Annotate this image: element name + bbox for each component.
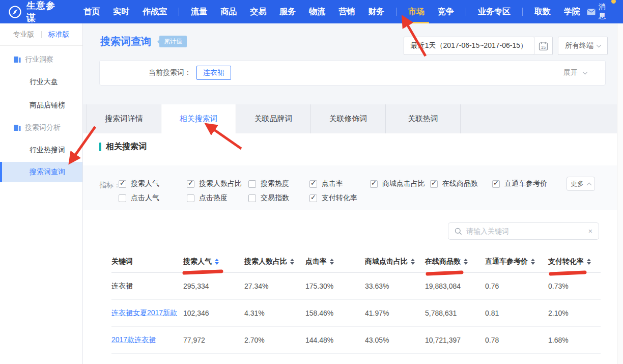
message-label: 消息 (599, 3, 610, 21)
sidebar-item-industry-hot-words[interactable]: 行业热搜词 (0, 138, 82, 162)
keyword-link[interactable]: 2017款连衣裙 (111, 335, 183, 345)
nav-divider (179, 8, 179, 16)
tab-content: 相关搜索词 指标： 搜索人气 搜索人数占比 搜索热度 点击率 商城点击占比 在线… (83, 133, 623, 364)
current-term-tag[interactable]: 连衣裙 (196, 66, 231, 80)
sort-icon[interactable] (411, 259, 415, 265)
clear-icon[interactable]: × (588, 227, 592, 235)
brand-name: 生意参谋 (26, 0, 61, 24)
metric-ztc-ref-price[interactable]: 直通车参考价 (492, 177, 558, 190)
checkbox[interactable] (119, 194, 126, 202)
metric-click-heat[interactable]: 点击热度 (187, 191, 248, 205)
nav-item-business-zone[interactable]: 业务专区 (478, 7, 511, 17)
keyword-link[interactable]: 连衣裙女夏2017新款 (111, 309, 183, 318)
nav-item-logistics[interactable]: 物流 (309, 7, 325, 17)
sort-icon[interactable] (215, 259, 219, 265)
checkbox[interactable] (248, 180, 256, 188)
metric-search-popularity[interactable]: 搜索人气 (119, 177, 187, 190)
metrics-label: 指标： (99, 181, 121, 190)
col-searcher-share[interactable]: 搜索人数占比 (244, 257, 305, 266)
checkbox[interactable] (370, 180, 378, 188)
checkbox[interactable] (187, 180, 194, 188)
top-nav: 生意参谋 首页 实时 作战室 流量 商品 交易 服务 物流 营销 财务 市场 竞… (0, 0, 623, 23)
sort-icon[interactable] (290, 259, 294, 265)
metric-pay-conversion[interactable]: 支付转化率 (309, 191, 370, 205)
table-header-row: 关键词 搜索人气 搜索人数占比 点击率 商城点击占比 在线商品数 直通车参考价 … (111, 250, 601, 273)
section-head: 相关搜索词 (99, 142, 147, 152)
table-row: 2017款连衣裙 77,972 2.70% 144.48% 43.05% 10,… (111, 327, 601, 354)
current-term-card: 当前搜索词： 连衣裙 展开 (99, 60, 606, 86)
metric-click-popularity[interactable]: 点击人气 (119, 191, 187, 205)
col-click-rate[interactable]: 点击率 (305, 257, 365, 266)
table-row: 连衣裙 295,334 27.34% 175.30% 33.63% 19,883… (111, 273, 601, 300)
header-controls: 最近1天（2017-06-15~2017-06-15） 15 所有终端 (404, 37, 608, 55)
more-button[interactable]: 更多 (567, 177, 595, 191)
tab-related-modifier-words[interactable]: 关联修饰词 (311, 104, 386, 133)
chevron-down-icon (583, 70, 588, 75)
nav-item-market[interactable]: 市场 (408, 7, 424, 17)
sidebar-item-search-word-query[interactable]: 搜索词查询 (0, 162, 82, 182)
nav-item-finance[interactable]: 财务 (368, 7, 384, 17)
sidebar-menu: 行业洞察 行业大盘 商品店铺榜 搜索词分析 行业热搜词 搜索词查询 (0, 46, 82, 182)
nav-item-home[interactable]: 首页 (83, 7, 100, 17)
metric-online-products[interactable]: 在线商品数 (430, 177, 492, 190)
scrollbar-track[interactable] (617, 23, 623, 364)
checkbox[interactable] (492, 180, 500, 188)
checkbox[interactable] (187, 194, 194, 202)
expand-toggle[interactable]: 展开 (563, 68, 605, 77)
sort-icon[interactable] (330, 259, 334, 265)
col-mall-click-share[interactable]: 商城点击占比 (365, 257, 425, 266)
sort-icon[interactable] (531, 259, 535, 265)
keyword-search-input[interactable] (466, 227, 588, 235)
date-range-picker[interactable]: 最近1天（2017-06-15~2017-06-15） (404, 37, 534, 55)
sort-icon[interactable] (587, 259, 591, 265)
metric-click-rate[interactable]: 点击率 (309, 177, 370, 190)
nav-item-competition[interactable]: 竞争 (438, 7, 454, 17)
col-search-popularity[interactable]: 搜索人气 (183, 257, 244, 266)
metric-mall-click-share[interactable]: 商城点击占比 (370, 177, 430, 190)
checkbox[interactable] (119, 180, 126, 188)
version-tab-pro[interactable]: 专业版 (7, 30, 41, 39)
sort-icon[interactable] (464, 259, 468, 265)
nav-item-product[interactable]: 商品 (220, 7, 237, 17)
section-title: 相关搜索词 (106, 142, 147, 152)
checkbox[interactable] (309, 194, 317, 202)
mail-icon (587, 9, 596, 15)
nav-item-warroom[interactable]: 作战室 (143, 7, 167, 17)
nav-item-academy[interactable]: 学院 (564, 7, 580, 17)
nav-item-data-fetch[interactable]: 取数 (534, 7, 551, 17)
terminal-value: 所有终端 (565, 41, 593, 50)
checkbox[interactable] (248, 194, 256, 202)
metrics-grid: 搜索人气 搜索人数占比 搜索热度 点击率 商城点击占比 在线商品数 直通车参考价… (119, 177, 558, 205)
col-pay-conversion[interactable]: 支付转化率 (548, 257, 601, 266)
metric-search-heat[interactable]: 搜索热度 (248, 177, 309, 190)
sidebar-section-industry-insight: 行业洞察 (0, 49, 82, 70)
metric-trade-index[interactable]: 交易指数 (248, 191, 309, 205)
col-online-products[interactable]: 在线商品数 (425, 257, 485, 266)
nav-item-service[interactable]: 服务 (279, 7, 296, 17)
nav-item-marketing[interactable]: 营销 (338, 7, 355, 17)
nav-item-realtime[interactable]: 实时 (113, 7, 129, 17)
tab-search-word-detail[interactable]: 搜索词详情 (87, 104, 161, 133)
checkbox[interactable] (430, 180, 438, 188)
metric-searcher-share[interactable]: 搜索人数占比 (187, 177, 248, 190)
metrics-band: 指标： 搜索人气 搜索人数占比 搜索热度 点击率 商城点击占比 在线商品数 直通… (83, 165, 617, 210)
keyword-cell: 连衣裙 (111, 282, 183, 291)
tab-related-brand-words[interactable]: 关联品牌词 (236, 104, 311, 133)
checkbox[interactable] (309, 180, 317, 188)
terminal-select[interactable]: 所有终端 (558, 37, 608, 55)
sidebar-item-industry-overview[interactable]: 行业大盘 (0, 70, 82, 94)
tabs-bar: 搜索词详情 相关搜索词 关联品牌词 关联修饰词 关联热词 (83, 104, 617, 133)
nav-item-traffic[interactable]: 流量 (191, 7, 207, 17)
sidebar-section-search-analysis: 搜索词分析 (0, 117, 82, 138)
tab-related-hot-words[interactable]: 关联热词 (386, 104, 461, 133)
version-tab-standard[interactable]: 标准版 (42, 30, 76, 39)
page-title: 搜索词查询 (100, 35, 151, 48)
version-tabs: 专业版 标准版 (0, 23, 82, 46)
calendar-button[interactable]: 15 (534, 37, 553, 55)
sidebar-item-product-shop-rank[interactable]: 商品店铺榜 (0, 94, 82, 117)
message-entry[interactable]: 消息 (587, 3, 615, 21)
col-ztc-ref-price[interactable]: 直通车参考价 (485, 257, 548, 266)
section-marker-bar (99, 143, 101, 151)
nav-item-trade[interactable]: 交易 (250, 7, 266, 17)
tab-related-search-words[interactable]: 相关搜索词 (161, 104, 236, 133)
